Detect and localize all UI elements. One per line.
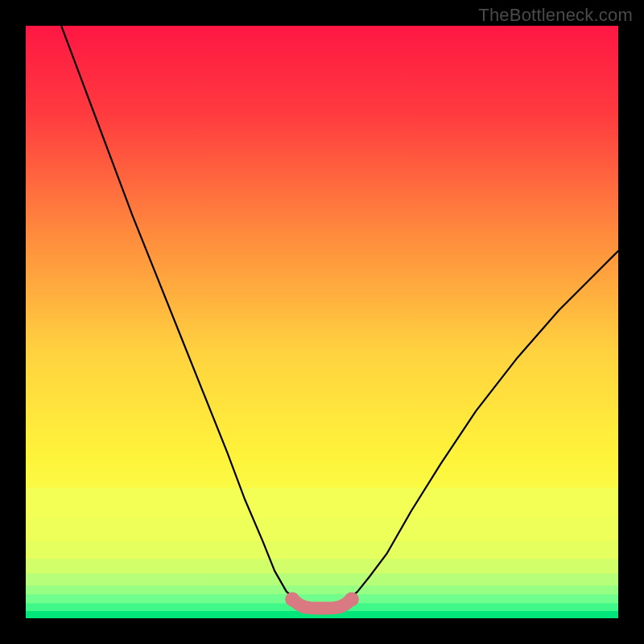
- svg-rect-6: [26, 586, 618, 595]
- svg-rect-1: [26, 488, 618, 518]
- svg-point-11: [345, 592, 359, 606]
- plot-area: [26, 26, 618, 618]
- svg-rect-4: [26, 559, 618, 573]
- svg-point-10: [285, 592, 299, 606]
- plot-svg: [26, 26, 618, 618]
- svg-rect-3: [26, 541, 618, 559]
- svg-rect-2: [26, 518, 618, 541]
- chart-frame: TheBottleneck.com: [0, 0, 644, 644]
- svg-rect-5: [26, 574, 618, 586]
- watermark-label: TheBottleneck.com: [478, 5, 633, 26]
